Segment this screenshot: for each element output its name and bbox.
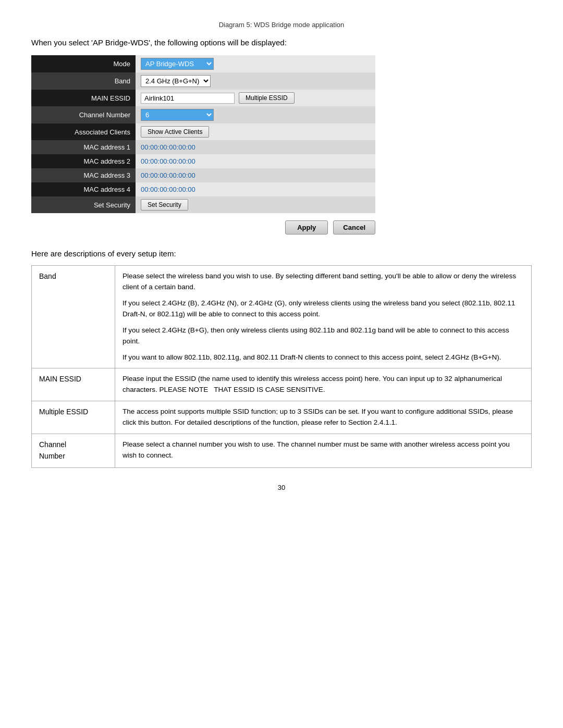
- show-active-clients-button[interactable]: Show Active Clients: [141, 126, 209, 138]
- desc-intro: Here are descriptions of every setup ite…: [31, 249, 532, 258]
- mac2-value-cell: 00:00:00:00:00:00: [136, 154, 375, 168]
- cancel-button[interactable]: Cancel: [333, 220, 375, 235]
- channel-select[interactable]: 6: [141, 109, 214, 121]
- desc-paragraph: If you want to allow 802.11b, 802.11g, a…: [123, 352, 524, 363]
- mode-value-cell: AP Bridge-WDS: [136, 55, 375, 72]
- intro-text: When you select 'AP Bridge-WDS', the fol…: [31, 38, 532, 47]
- set-security-button[interactable]: Set Security: [141, 199, 188, 211]
- mode-select[interactable]: AP Bridge-WDS: [141, 58, 214, 70]
- action-buttons: Apply Cancel: [31, 220, 375, 235]
- security-label: Set Security: [31, 196, 136, 213]
- band-value-cell: 2.4 GHz (B+G+N): [136, 72, 375, 90]
- apply-button[interactable]: Apply: [285, 220, 328, 235]
- mac2-label: MAC address 2: [31, 154, 136, 168]
- desc-paragraph: If you select 2.4GHz (B+G), then only wi…: [123, 325, 524, 347]
- desc-paragraph: The access point supports multiple SSID …: [123, 406, 524, 428]
- band-select[interactable]: 2.4 GHz (B+G+N): [141, 75, 211, 87]
- desc-term-0: Band: [32, 266, 115, 368]
- mac3-label: MAC address 3: [31, 168, 136, 182]
- diagram-caption: Diagram 5: WDS Bridge mode application: [31, 21, 532, 29]
- desc-paragraph: Please select a channel number you wish …: [123, 439, 524, 461]
- description-table: BandPlease select the wireless band you …: [31, 265, 532, 468]
- mode-label: Mode: [31, 55, 136, 72]
- mac3-value: 00:00:00:00:00:00: [141, 171, 195, 179]
- desc-content-1: Please input the ESSID (the name used to…: [115, 368, 532, 401]
- page-number: 30: [31, 484, 532, 491]
- essid-value-cell: Multiple ESSID: [136, 90, 375, 106]
- desc-term-3: Channel Number: [32, 434, 115, 467]
- channel-label: Channel Number: [31, 106, 136, 124]
- desc-term-1: MAIN ESSID: [32, 368, 115, 401]
- mac3-value-cell: 00:00:00:00:00:00: [136, 168, 375, 182]
- assoc-value-cell: Show Active Clients: [136, 124, 375, 140]
- band-label: Band: [31, 72, 136, 90]
- multiple-essid-button[interactable]: Multiple ESSID: [239, 92, 295, 104]
- essid-label: MAIN ESSID: [31, 90, 136, 106]
- assoc-label: Associated Clients: [31, 124, 136, 140]
- desc-content-0: Please select the wireless band you wish…: [115, 266, 532, 368]
- desc-term-2: Multiple ESSID: [32, 401, 115, 434]
- essid-input[interactable]: [141, 93, 235, 104]
- desc-paragraph: Please input the ESSID (the name used to…: [123, 374, 524, 396]
- desc-content-2: The access point supports multiple SSID …: [115, 401, 532, 434]
- desc-content-3: Please select a channel number you wish …: [115, 434, 532, 467]
- mac2-value: 00:00:00:00:00:00: [141, 157, 195, 165]
- desc-paragraph: If you select 2.4GHz (B), 2.4GHz (N), or…: [123, 298, 524, 320]
- desc-paragraph: Please select the wireless band you wish…: [123, 271, 524, 293]
- mac4-value-cell: 00:00:00:00:00:00: [136, 182, 375, 196]
- channel-value-cell: 6: [136, 106, 375, 124]
- mac1-value-cell: 00:00:00:00:00:00: [136, 140, 375, 154]
- security-value-cell: Set Security: [136, 196, 375, 213]
- mac1-value: 00:00:00:00:00:00: [141, 143, 195, 151]
- settings-table: Mode AP Bridge-WDS Band 2.4 GHz (B+G+N) …: [31, 55, 375, 213]
- mac4-label: MAC address 4: [31, 182, 136, 196]
- mac4-value: 00:00:00:00:00:00: [141, 186, 195, 193]
- mac1-label: MAC address 1: [31, 140, 136, 154]
